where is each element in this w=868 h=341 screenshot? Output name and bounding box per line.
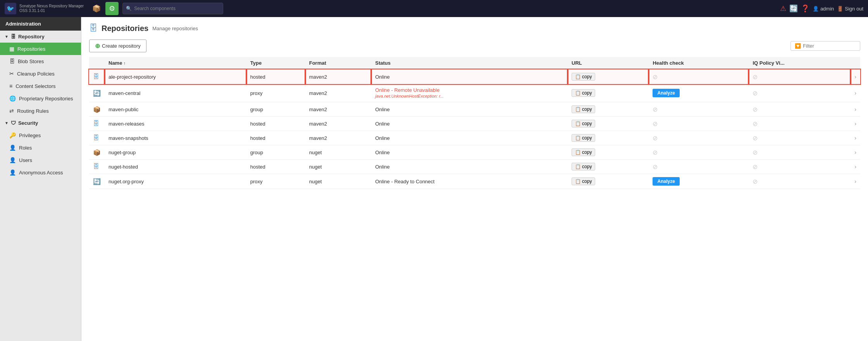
app-title: Sonatype Nexus Repository Manager OSS 3.… bbox=[19, 4, 84, 13]
row-health: ⊘ bbox=[649, 69, 749, 84]
sidebar-item-content-selectors[interactable]: ≡ Content Selectors bbox=[0, 80, 81, 92]
table-row[interactable]: 📦 nuget-group group nuget Online 📋 copy … bbox=[89, 145, 860, 160]
row-status: Online bbox=[371, 160, 568, 174]
row-health[interactable]: Analyze bbox=[649, 84, 749, 102]
table-row[interactable]: 🗄 ale-project-repository hosted maven2 O… bbox=[89, 69, 860, 84]
repo-type-icon: 🔄 bbox=[93, 178, 101, 185]
col-format-header[interactable]: Format bbox=[305, 57, 372, 69]
chevron-right-icon[interactable]: › bbox=[854, 178, 856, 184]
col-type-header[interactable]: Type bbox=[246, 57, 305, 69]
chevron-right-icon[interactable]: › bbox=[854, 164, 856, 170]
row-url: 📋 copy bbox=[568, 160, 649, 174]
chevron-right-icon[interactable]: › bbox=[854, 121, 856, 127]
row-format: maven2 bbox=[305, 84, 372, 102]
copy-url-button[interactable]: 📋 copy bbox=[572, 163, 595, 170]
sidebar-section-repository[interactable]: ▼ 🗄 Repository bbox=[0, 31, 81, 43]
health-none-icon: ⊘ bbox=[653, 149, 658, 156]
security-section-icon: 🛡 bbox=[11, 120, 16, 126]
copy-icon: 📋 bbox=[575, 150, 581, 155]
sidebar-item-users[interactable]: 👤 Users bbox=[0, 154, 81, 166]
copy-url-button[interactable]: 📋 copy bbox=[572, 89, 595, 97]
row-name: nuget-group bbox=[105, 145, 246, 160]
table-row[interactable]: 📦 maven-public group maven2 Online 📋 cop… bbox=[89, 102, 860, 117]
create-repository-button[interactable]: ⊕ Create repository bbox=[89, 40, 146, 52]
copy-url-button[interactable]: 📋 copy bbox=[572, 148, 595, 156]
table-row[interactable]: 🔄 nuget.org-proxy proxy nuget Online - R… bbox=[89, 174, 860, 189]
settings-icon-btn[interactable]: ⚙ bbox=[105, 2, 119, 15]
sidebar-item-anonymous-access[interactable]: 👤 Anonymous Access bbox=[0, 166, 81, 179]
table-row[interactable]: 🗄 nuget-hosted hosted nuget Online 📋 cop… bbox=[89, 160, 860, 174]
blob-stores-icon: 🗄 bbox=[9, 58, 15, 64]
analyze-button[interactable]: Analyze bbox=[653, 177, 679, 186]
col-name-header[interactable]: Name bbox=[105, 57, 246, 69]
col-status-header[interactable]: Status bbox=[371, 57, 568, 69]
sidebar-item-cleanup-policies[interactable]: ✂ Cleanup Policies bbox=[0, 67, 81, 80]
copy-url-button[interactable]: 📋 copy bbox=[572, 105, 595, 113]
user-icon: 👤 bbox=[813, 6, 819, 12]
row-name: nuget-hosted bbox=[105, 160, 246, 174]
copy-icon: 📋 bbox=[575, 74, 581, 79]
copy-url-button[interactable]: 📋 copy bbox=[572, 120, 595, 127]
table-row[interactable]: 🗄 maven-releases hosted maven2 Online 📋 … bbox=[89, 117, 860, 131]
col-actions-header bbox=[851, 57, 860, 69]
copy-url-button[interactable]: 📋 copy bbox=[572, 73, 595, 81]
user-menu[interactable]: 👤 admin bbox=[813, 6, 834, 12]
alert-icon[interactable]: ⚠ bbox=[780, 4, 786, 13]
row-chevron[interactable]: › bbox=[851, 69, 860, 84]
repo-type-icon: 🗄 bbox=[93, 163, 99, 170]
row-chevron[interactable]: › bbox=[851, 131, 860, 145]
analyze-button[interactable]: Analyze bbox=[653, 89, 679, 97]
filter-box[interactable]: 🔽 bbox=[790, 41, 860, 51]
table-row[interactable]: 🔄 maven-central proxy maven2 Online - Re… bbox=[89, 84, 860, 102]
row-chevron[interactable]: › bbox=[851, 145, 860, 160]
row-url: 📋 copy bbox=[568, 102, 649, 117]
row-icon-cell: 🔄 bbox=[89, 174, 105, 189]
search-box[interactable]: 🔍 bbox=[122, 3, 223, 14]
privileges-icon: 🔑 bbox=[9, 132, 16, 138]
users-icon: 👤 bbox=[9, 157, 16, 163]
page-header: 🗄 Repositories Manage repositories bbox=[89, 23, 860, 33]
row-iq: ⊘ bbox=[749, 174, 851, 189]
sidebar-item-privileges[interactable]: 🔑 Privileges bbox=[0, 129, 81, 141]
sidebar-section-security[interactable]: ▼ 🛡 Security bbox=[0, 117, 81, 129]
row-name: maven-snapshots bbox=[105, 131, 246, 145]
row-chevron[interactable]: › bbox=[851, 102, 860, 117]
row-format: nuget bbox=[305, 174, 372, 189]
copy-url-button[interactable]: 📋 copy bbox=[572, 177, 595, 185]
table-row[interactable]: 🗄 maven-snapshots hosted maven2 Online 📋… bbox=[89, 131, 860, 145]
chevron-right-icon[interactable]: › bbox=[854, 149, 856, 155]
row-name: maven-central bbox=[105, 84, 246, 102]
signout-btn[interactable]: 🚪 Sign out bbox=[837, 6, 863, 12]
row-chevron[interactable]: › bbox=[851, 160, 860, 174]
row-chevron[interactable]: › bbox=[851, 117, 860, 131]
browse-icon-btn[interactable]: 📦 bbox=[90, 2, 103, 15]
row-status: Online bbox=[371, 69, 568, 84]
row-status: Online - Remote Unavailablejava.net.Unkn… bbox=[371, 84, 568, 102]
iq-none-icon: ⊘ bbox=[753, 164, 758, 170]
copy-icon: 📋 bbox=[575, 121, 581, 126]
chevron-right-icon[interactable]: › bbox=[854, 90, 856, 96]
col-url-header[interactable]: URL bbox=[568, 57, 649, 69]
sidebar-item-routing-rules[interactable]: ⇄ Routing Rules bbox=[0, 105, 81, 117]
help-icon[interactable]: ❓ bbox=[801, 4, 809, 13]
row-status: Online bbox=[371, 131, 568, 145]
filter-icon: 🔽 bbox=[795, 43, 801, 49]
search-input[interactable] bbox=[134, 6, 220, 11]
col-iq-header[interactable]: IQ Policy Vi... bbox=[749, 57, 851, 69]
chevron-right-icon[interactable]: › bbox=[854, 74, 856, 80]
sidebar-item-repositories[interactable]: ▦ Repositories bbox=[0, 43, 81, 55]
sidebar-item-blob-stores[interactable]: 🗄 Blob Stores bbox=[0, 55, 81, 67]
app-logo: 🐦 bbox=[5, 3, 16, 14]
col-health-header[interactable]: Health check bbox=[649, 57, 749, 69]
content-area: 🗄 Repositories Manage repositories ⊕ Cre… bbox=[81, 17, 868, 341]
copy-url-button[interactable]: 📋 copy bbox=[572, 134, 595, 142]
chevron-right-icon[interactable]: › bbox=[854, 135, 856, 141]
filter-input[interactable] bbox=[803, 43, 849, 49]
row-health[interactable]: Analyze bbox=[649, 174, 749, 189]
row-chevron[interactable]: › bbox=[851, 174, 860, 189]
row-chevron[interactable]: › bbox=[851, 84, 860, 102]
chevron-right-icon[interactable]: › bbox=[854, 106, 856, 112]
refresh-icon[interactable]: 🔄 bbox=[789, 4, 798, 13]
sidebar-item-proprietary-repos[interactable]: 🌐 Proprietary Repositories bbox=[0, 92, 81, 105]
sidebar-item-roles[interactable]: 👤 Roles bbox=[0, 141, 81, 154]
